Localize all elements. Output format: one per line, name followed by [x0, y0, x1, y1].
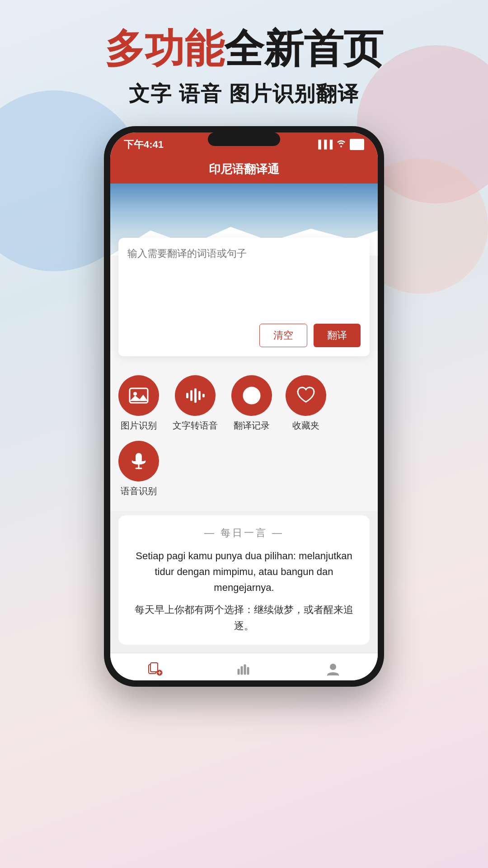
- feature-image-label: 图片识别: [121, 420, 157, 432]
- feature-favorites-label: 收藏夹: [292, 420, 319, 432]
- tab-profile-icon: [324, 660, 343, 679]
- tab-translate-icon: [145, 660, 164, 679]
- features-row-1: 图片识别 文字转语音: [118, 375, 370, 432]
- svg-rect-12: [150, 663, 158, 672]
- feature-image[interactable]: 图片识别: [118, 375, 159, 432]
- banner-title-red: 多功能: [105, 26, 224, 71]
- feature-voice[interactable]: 语音识别: [118, 441, 159, 497]
- translation-input[interactable]: [127, 247, 361, 315]
- daily-quote-cn: 每天早上你都有两个选择：继续做梦，或者醒来追逐。: [131, 602, 357, 633]
- clear-button[interactable]: 清空: [259, 324, 307, 347]
- features-row-2: 语音识别: [118, 441, 370, 497]
- signal-icon: ▐▐▐: [315, 140, 333, 149]
- feature-favorites[interactable]: 收藏夹: [286, 375, 326, 432]
- svg-point-18: [330, 664, 336, 670]
- svg-rect-5: [198, 391, 201, 400]
- mic-icon: [128, 450, 150, 472]
- image-icon-circle: [118, 375, 159, 416]
- svg-rect-2: [186, 393, 188, 398]
- daily-quote-foreign: Setiap pagi kamu punya dua pilihan: mela…: [131, 548, 357, 596]
- wifi-icon: [336, 139, 346, 150]
- daily-quote: — 每日一言 — Setiap pagi kamu punya dua pili…: [118, 515, 370, 645]
- feature-tts[interactable]: 文字转语音: [173, 375, 218, 432]
- tab-profile[interactable]: 我的: [289, 653, 378, 680]
- app-header-title: 印尼语翻译通: [209, 162, 279, 176]
- status-icons: ▐▐▐ 81: [315, 139, 364, 150]
- svg-rect-16: [244, 665, 246, 675]
- tab-vocabulary-icon: [235, 660, 253, 679]
- translate-button[interactable]: 翻译: [314, 324, 361, 347]
- waveform-icon: [184, 385, 206, 406]
- waveform-icon-circle: [175, 375, 216, 416]
- tab-vocabulary[interactable]: 词汇: [199, 653, 288, 680]
- phone-frame: 下午4:41 ▐▐▐ 81 印尼语翻译通: [104, 126, 384, 687]
- phone-notch: [208, 132, 280, 146]
- svg-rect-15: [241, 666, 243, 675]
- translation-buttons: 清空 翻译: [127, 324, 361, 347]
- feature-history[interactable]: 翻译记录: [231, 375, 272, 432]
- status-time: 下午4:41: [124, 138, 164, 151]
- svg-point-1: [133, 392, 137, 396]
- phone-wrapper: 下午4:41 ▐▐▐ 81 印尼语翻译通: [0, 126, 488, 687]
- svg-rect-6: [202, 394, 205, 397]
- features-area: 图片识别 文字转语音: [110, 364, 378, 511]
- heart-icon: [295, 385, 317, 406]
- svg-rect-4: [194, 388, 197, 403]
- phone-inner: 下午4:41 ▐▐▐ 81 印尼语翻译通: [110, 132, 378, 680]
- heart-icon-circle: [286, 375, 326, 416]
- svg-rect-14: [238, 669, 239, 675]
- svg-rect-17: [247, 667, 249, 675]
- feature-voice-label: 语音识别: [121, 485, 157, 497]
- image-icon: [128, 385, 150, 406]
- app-header: 印尼语翻译通: [110, 155, 378, 184]
- banner-title: 多功能全新首页: [0, 27, 488, 71]
- banner-title-black: 全新首页: [224, 26, 383, 71]
- translation-area: 清空 翻译: [110, 256, 378, 364]
- daily-quote-header: — 每日一言 —: [131, 526, 357, 540]
- tab-translate[interactable]: 智能翻译: [110, 653, 199, 680]
- battery-icon: 81: [350, 139, 364, 150]
- clock-icon: [241, 385, 263, 406]
- top-banner: 多功能全新首页 文字 语音 图片识别翻译: [0, 0, 488, 108]
- feature-history-label: 翻译记录: [234, 420, 270, 432]
- mic-icon-circle: [118, 441, 159, 481]
- banner-subtitle: 文字 语音 图片识别翻译: [0, 80, 488, 108]
- clock-icon-circle: [231, 375, 272, 416]
- translation-box: 清空 翻译: [118, 238, 370, 356]
- tab-bar: 智能翻译 词汇: [110, 653, 378, 680]
- svg-rect-3: [190, 390, 192, 401]
- feature-tts-label: 文字转语音: [173, 420, 218, 432]
